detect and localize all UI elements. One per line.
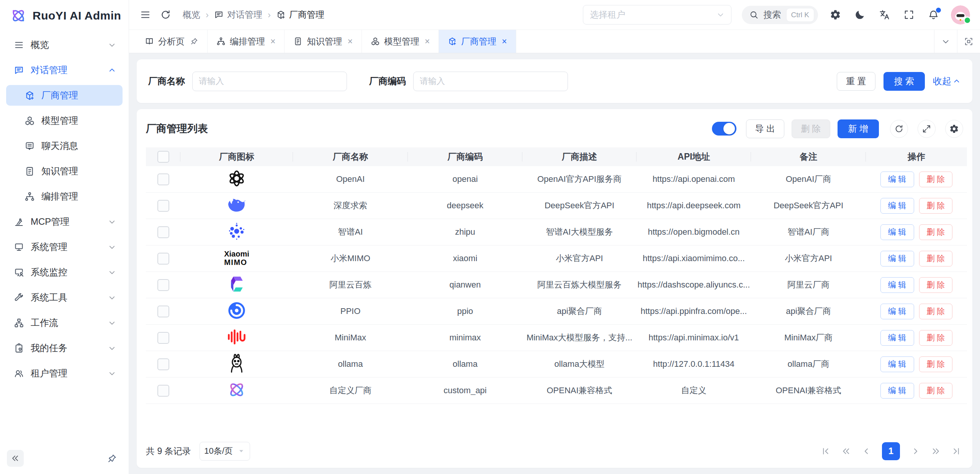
tab-model[interactable]: 模型管理× (362, 30, 439, 53)
vendor-description: 小米官方API (522, 245, 636, 272)
row-checkbox[interactable] (157, 226, 169, 238)
vendor-code-input[interactable] (413, 72, 568, 91)
delete-button[interactable]: 删 除 (919, 198, 953, 214)
row-checkbox[interactable] (157, 173, 169, 185)
row-checkbox[interactable] (157, 332, 169, 344)
edit-button[interactable]: 编 辑 (880, 251, 914, 266)
reset-button[interactable]: 重 置 (837, 72, 875, 91)
export-button[interactable]: 导 出 (746, 119, 784, 138)
sidebar-item-tenant-management[interactable]: 租户管理 (6, 363, 123, 384)
dark-mode-button[interactable] (853, 8, 867, 22)
edit-button[interactable]: 编 辑 (880, 277, 914, 293)
vendor-name-input[interactable] (192, 72, 347, 91)
sidebar-item-system-monitoring[interactable]: 系统监控 (6, 262, 123, 283)
language-button[interactable] (877, 8, 892, 22)
delete-button[interactable]: 删 除 (919, 251, 953, 266)
sidebar-item-overview[interactable]: 概览 (6, 34, 123, 55)
sidebar-item-knowledge-management[interactable]: 知识管理 (6, 161, 123, 181)
delete-button[interactable]: 删 除 (919, 330, 953, 346)
tab-vendor[interactable]: 厂商管理× (439, 30, 516, 53)
menu-toggle-button[interactable] (138, 8, 152, 22)
row-checkbox[interactable] (157, 253, 169, 265)
content-maximize-button[interactable] (957, 30, 980, 53)
pin-icon[interactable] (190, 37, 198, 46)
pagination-prev-button[interactable] (862, 446, 871, 456)
sidebar-item-label: 我的任务 (31, 342, 67, 354)
sidebar-item-system-management[interactable]: 系统管理 (6, 237, 123, 257)
sidebar-item-chat-messages[interactable]: 聊天消息 (6, 136, 123, 156)
row-checkbox[interactable] (157, 385, 169, 397)
delete-button[interactable]: 删 除 (919, 304, 953, 319)
bulk-delete-button[interactable]: 删 除 (792, 119, 830, 138)
sidebar-item-my-tasks[interactable]: 我的任务 (6, 338, 123, 358)
table-refresh-button[interactable] (890, 120, 908, 138)
app-logo[interactable]: RuoYI AI Admin (0, 0, 129, 31)
breadcrumb-item-chat-management[interactable]: 对话管理 (214, 9, 262, 21)
refresh-icon (160, 9, 171, 20)
delete-button[interactable]: 删 除 (919, 356, 953, 372)
pagination-page-1[interactable]: 1 (882, 442, 900, 460)
pagination-first-button[interactable] (821, 446, 831, 456)
tenant-select[interactable]: 选择租户 (583, 5, 731, 25)
select-all-checkbox[interactable] (157, 151, 169, 163)
tab-label: 厂商管理 (461, 36, 496, 47)
vendor-description: ollama大模型 (522, 351, 636, 378)
row-checkbox[interactable] (157, 200, 169, 212)
row-checkbox[interactable] (157, 279, 169, 291)
edit-button[interactable]: 编 辑 (880, 330, 914, 346)
tab-close-icon[interactable]: × (425, 37, 430, 46)
edit-button[interactable]: 编 辑 (880, 224, 914, 240)
edit-button[interactable]: 编 辑 (880, 304, 914, 319)
expand-arrows-icon (922, 124, 931, 134)
pagination-next-chunk-button[interactable] (931, 446, 941, 456)
pagination-next-button[interactable] (911, 446, 920, 456)
settings-button[interactable] (828, 8, 843, 22)
table-settings-button[interactable] (945, 120, 963, 138)
global-search[interactable]: 搜索 Ctrl K (742, 6, 818, 24)
tabs-dropdown-button[interactable] (934, 30, 957, 53)
delete-button[interactable]: 删 除 (919, 383, 953, 399)
vendor-code: openai (408, 166, 522, 193)
edit-button[interactable]: 编 辑 (880, 198, 914, 214)
delete-button[interactable]: 删 除 (919, 172, 953, 187)
tab-close-icon[interactable]: × (347, 37, 352, 46)
sidebar-pin-icon[interactable] (107, 453, 117, 464)
sidebar-item-system-tools[interactable]: 系统工具 (6, 287, 123, 308)
chevron-down-icon (108, 293, 116, 302)
notifications-button[interactable] (926, 8, 941, 22)
tab-close-icon[interactable]: × (502, 37, 507, 46)
page-size-select[interactable]: 10条/页 (200, 442, 250, 461)
sidebar-item-chat-management[interactable]: 对话管理 (6, 60, 123, 80)
sidebar-item-mcp-management[interactable]: MCP管理 (6, 211, 123, 232)
delete-button[interactable]: 删 除 (919, 277, 953, 293)
tab-close-icon[interactable]: × (270, 37, 275, 46)
table-expand-button[interactable] (918, 120, 936, 138)
edit-button[interactable]: 编 辑 (880, 172, 914, 187)
pagination-last-button[interactable] (951, 446, 961, 456)
fullscreen-button[interactable] (902, 8, 916, 22)
user-avatar[interactable] (951, 5, 970, 25)
pagination-prev-chunk-button[interactable] (841, 446, 851, 456)
sidebar-item-label: 概览 (31, 39, 49, 51)
sidebar-item-workflow[interactable]: 工作流 (6, 312, 123, 333)
search-bar-toggle[interactable] (712, 122, 736, 136)
breadcrumb-item-overview[interactable]: 概览 (183, 9, 200, 21)
edit-button[interactable]: 编 辑 (880, 356, 914, 372)
sidebar-item-orchestration-management[interactable]: 编排管理 (6, 186, 123, 207)
sidebar-item-vendor-management[interactable]: 厂商管理 (6, 85, 123, 106)
edit-button[interactable]: 编 辑 (880, 383, 914, 399)
tab-orchestration[interactable]: 编排管理× (208, 30, 285, 53)
sidebar-collapse-button[interactable] (7, 450, 24, 467)
refresh-page-button[interactable] (159, 8, 173, 22)
table-row: 阿里云百炼qianwen阿里云百炼大模型服务https://dashscope.… (146, 272, 967, 298)
breadcrumb-item-vendor-management[interactable]: 厂商管理 (276, 9, 324, 21)
row-checkbox[interactable] (157, 306, 169, 317)
row-checkbox[interactable] (157, 358, 169, 370)
collapse-filter-link[interactable]: 收起 (933, 75, 961, 87)
search-button[interactable]: 搜 索 (883, 72, 925, 91)
delete-button[interactable]: 删 除 (919, 224, 953, 240)
tab-analysis[interactable]: 分析页 (136, 30, 208, 53)
tab-knowledge[interactable]: 知识管理× (285, 30, 362, 53)
add-button[interactable]: 新 增 (838, 119, 879, 138)
sidebar-item-model-management[interactable]: 模型管理 (6, 110, 123, 131)
